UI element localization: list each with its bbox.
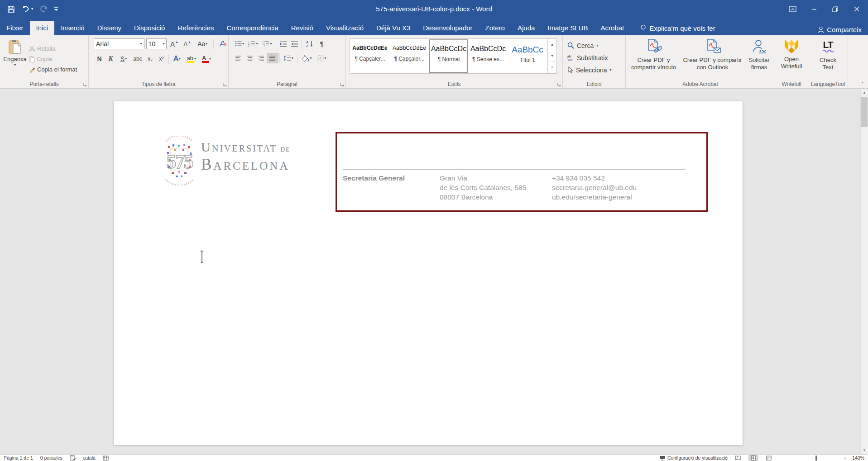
tab-visualitzacio[interactable]: Visualització xyxy=(320,21,370,35)
underline-caret[interactable]: ▾ xyxy=(125,57,127,61)
tab-revisio[interactable]: Revisió xyxy=(285,21,320,35)
strikethrough-button[interactable]: abc xyxy=(131,53,144,64)
justify-button[interactable] xyxy=(267,53,278,63)
tell-me-box[interactable]: Explica'm què vols fer xyxy=(640,21,715,35)
create-pdf-outlook-button[interactable]: Crear PDF y compartircon Outlook xyxy=(682,37,743,81)
tab-referencies[interactable]: Referències xyxy=(171,21,220,35)
font-family-combo[interactable]: Arial▾ xyxy=(94,38,144,49)
text-effects-caret[interactable]: ▾ xyxy=(179,57,181,61)
tab-dejavu[interactable]: Déjà Vu X3 xyxy=(370,21,417,35)
styles-dialog-launcher-icon[interactable] xyxy=(556,82,561,87)
create-pdf-link-button[interactable]: Crear PDF ycompartir vínculo xyxy=(627,37,681,81)
tab-fitxer[interactable]: Fitxer xyxy=(0,21,30,35)
document-page[interactable]: 575 Universitat de Barcelona Secretaria … xyxy=(114,101,743,445)
highlight-color-button[interactable]: ab ▾ xyxy=(184,53,199,64)
align-right-button[interactable] xyxy=(255,53,267,63)
bullets-button[interactable]: ▾ xyxy=(233,38,246,49)
zoom-slider-thumb[interactable] xyxy=(815,456,817,461)
zoom-level[interactable]: 140% xyxy=(852,455,864,461)
shading-button[interactable]: ▾ xyxy=(299,53,314,63)
select-caret[interactable]: ▾ xyxy=(610,68,612,72)
request-signatures-button[interactable]: Solicitarfirmas xyxy=(745,37,774,81)
style-normal[interactable]: AaBbCcDc ¶ Normal xyxy=(429,39,468,73)
spellcheck-icon[interactable] xyxy=(70,455,76,461)
borders-button[interactable]: ▾ xyxy=(314,53,330,63)
line-spacing-caret[interactable]: ▾ xyxy=(292,57,293,60)
styles-scroll-up-icon[interactable]: ▲ xyxy=(548,39,556,50)
style-capcalera2[interactable]: AaBbCcDdEe ¶ Capçaler... xyxy=(390,39,429,73)
share-button[interactable]: Comparteix xyxy=(818,26,862,33)
print-layout-button[interactable] xyxy=(748,455,758,461)
style-sense-espaiat[interactable]: AaBbCcDc ¶ Sense es... xyxy=(469,39,508,73)
customize-qat-button[interactable] xyxy=(54,7,58,11)
numbering-button[interactable]: 123 ▾ xyxy=(246,38,260,49)
increase-indent-button[interactable] xyxy=(289,38,300,49)
find-button[interactable]: Cerca ▾ xyxy=(563,39,625,52)
collapse-ribbon-icon[interactable]: ⌃ xyxy=(861,81,864,86)
grow-font-button[interactable]: A▲ xyxy=(168,39,180,49)
tab-inici[interactable]: Inici xyxy=(30,21,55,35)
clear-formatting-button[interactable] xyxy=(217,39,228,49)
change-case-button[interactable]: Aa▾ xyxy=(195,39,210,49)
tab-acrobat[interactable]: Acrobat xyxy=(595,21,631,35)
language-indicator[interactable]: català xyxy=(83,455,96,461)
scroll-down-icon[interactable]: ▼ xyxy=(861,447,868,454)
page-indicator[interactable]: Pàgina 1 de 1 xyxy=(4,455,33,461)
align-center-button[interactable] xyxy=(244,53,255,63)
borders-caret[interactable]: ▾ xyxy=(324,57,326,60)
copy-button[interactable]: Copia xyxy=(28,54,78,64)
tab-desenvolupador[interactable]: Desenvolupador xyxy=(417,21,479,35)
tab-zotero[interactable]: Zotero xyxy=(479,21,511,35)
font-size-combo[interactable]: 10▾ xyxy=(146,38,167,49)
zoom-slider[interactable] xyxy=(788,458,838,458)
macro-record-icon[interactable] xyxy=(103,456,109,461)
paste-button[interactable]: Enganxa ▾ xyxy=(2,38,28,80)
font-color-button[interactable]: A ▾ xyxy=(199,53,214,64)
format-painter-button[interactable]: Copia el format xyxy=(28,64,78,75)
check-text-button[interactable]: LT CheckText xyxy=(810,37,846,81)
italic-button[interactable]: K xyxy=(105,53,116,64)
superscript-button[interactable]: x² xyxy=(156,53,167,64)
tab-disseny[interactable]: Disseny xyxy=(91,21,128,35)
zoom-in-button[interactable]: + xyxy=(844,455,847,461)
bold-button[interactable]: N xyxy=(94,53,105,64)
web-layout-button[interactable] xyxy=(764,455,774,461)
multilevel-caret[interactable]: ▾ xyxy=(270,42,272,46)
find-caret[interactable]: ▾ xyxy=(596,44,598,48)
paragraph-dialog-launcher-icon[interactable] xyxy=(340,82,344,87)
align-left-button[interactable] xyxy=(233,53,244,63)
undo-button[interactable]: ▾ xyxy=(21,5,33,13)
styles-scroll-down-icon[interactable]: ▼ xyxy=(548,50,556,62)
bullets-caret[interactable]: ▾ xyxy=(242,42,244,46)
sort-button[interactable]: AZ xyxy=(303,38,316,49)
ribbon-display-options-button[interactable] xyxy=(782,0,803,18)
scrollbar-thumb[interactable] xyxy=(861,97,868,127)
style-titol1[interactable]: AaBbCc Títol 1 xyxy=(508,39,547,73)
tab-ajuda[interactable]: Ajuda xyxy=(511,21,541,35)
vertical-scrollbar[interactable]: ▲ ▼ xyxy=(860,89,868,454)
style-capcalera1[interactable]: AaBbCcDdEe ¶ Capçaler... xyxy=(350,39,389,73)
shading-caret[interactable]: ▾ xyxy=(310,57,312,60)
highlight-caret[interactable]: ▾ xyxy=(194,57,196,61)
restore-button[interactable] xyxy=(825,0,846,18)
paste-dropdown-caret[interactable]: ▾ xyxy=(14,63,16,67)
replace-button[interactable]: abac Substitueix xyxy=(563,52,625,64)
save-button[interactable] xyxy=(7,5,15,13)
cut-button[interactable]: Retalla xyxy=(28,43,78,54)
open-writefull-button[interactable]: OpenWritefull xyxy=(776,37,807,81)
styles-more-icon[interactable]: ⩒ xyxy=(548,62,556,73)
font-color-caret[interactable]: ▾ xyxy=(209,57,211,61)
minimize-button[interactable] xyxy=(803,0,825,18)
word-count[interactable]: 0 paraules xyxy=(40,455,62,461)
clipboard-dialog-launcher-icon[interactable] xyxy=(82,82,87,87)
shrink-font-button[interactable]: A▼ xyxy=(182,39,193,49)
undo-dropdown-caret[interactable]: ▾ xyxy=(31,7,33,11)
close-button[interactable] xyxy=(846,0,867,18)
show-marks-button[interactable]: ¶ xyxy=(316,38,327,49)
font-dialog-launcher-icon[interactable] xyxy=(222,82,227,87)
text-effects-button[interactable]: A▾ xyxy=(170,53,184,64)
line-spacing-button[interactable]: ▾ xyxy=(281,53,296,63)
tab-insercio[interactable]: Inserció xyxy=(54,21,91,35)
multilevel-list-button[interactable]: 1ai ▾ xyxy=(260,38,274,49)
numbering-caret[interactable]: ▾ xyxy=(256,42,258,46)
